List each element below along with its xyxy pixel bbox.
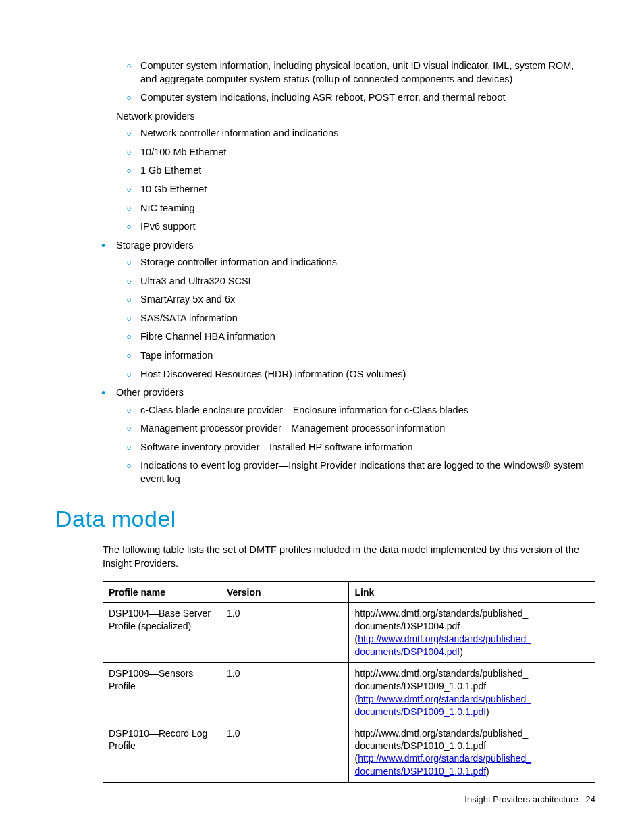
continuation-list: ul.level1 > li:first-child::before{conte…: [55, 59, 595, 105]
sublist: c-Class blade enclosure provider—Enclosu…: [116, 404, 595, 486]
continuation-item: ul.level1 > li:first-child::before{conte…: [116, 59, 595, 105]
list-item: Software inventory provider—Installed HP…: [140, 441, 595, 454]
list-item: 10/100 Mb Ethernet: [140, 146, 595, 159]
list-item: SAS/SATA information: [140, 312, 595, 325]
page-footer: Insight Providers architecture 24: [464, 793, 595, 806]
table-row: DSP1009—Sensors Profile1.0http://www.dmt…: [103, 662, 595, 723]
cell-profile-name: DSP1004—Base Server Profile (specialized…: [103, 603, 221, 663]
list-item: Computer system information, including p…: [140, 59, 595, 86]
list-item: c-Class blade enclosure provider—Enclosu…: [140, 404, 595, 417]
provider-group-label: Storage providers: [116, 240, 193, 251]
profile-link[interactable]: http://www.dmtf.org/standards/published_…: [354, 694, 531, 717]
link-plain-text: http://www.dmtf.org/standards/published_…: [354, 728, 528, 752]
list-item: Ultra3 and Ultra320 SCSI: [140, 275, 595, 288]
list-item: Host Discovered Resources (HDR) informat…: [140, 368, 595, 382]
provider-group-label: Network providers: [116, 111, 195, 122]
profiles-table: Profile name Version Link DSP1004—Base S…: [103, 581, 595, 783]
list-item: Fibre Channel HBA information: [140, 330, 595, 344]
intro-paragraph: The following table lists the set of DMT…: [103, 544, 595, 570]
footer-page-number: 24: [586, 794, 595, 804]
list-item: Indications to event log provider—Insigh…: [140, 459, 595, 486]
footer-section: Insight Providers architecture: [464, 794, 578, 804]
list-item: Network controller information and indic…: [140, 127, 595, 140]
col-version: Version: [221, 581, 349, 603]
link-plain-text: http://www.dmtf.org/standards/published_…: [354, 608, 528, 631]
cell-link: http://www.dmtf.org/standards/published_…: [349, 662, 595, 723]
list-item: NIC teaming: [140, 202, 595, 215]
list-item: Storage controller information and indic…: [140, 256, 595, 269]
list-item: Tape information: [140, 349, 595, 363]
cell-profile-name: DSP1009—Sensors Profile: [103, 662, 221, 723]
list-item: 10 Gb Ethernet: [140, 183, 595, 197]
cell-link: http://www.dmtf.org/standards/published_…: [349, 723, 595, 783]
profile-link[interactable]: http://www.dmtf.org/standards/published_…: [354, 633, 531, 657]
cell-link: http://www.dmtf.org/standards/published_…: [349, 603, 595, 663]
profile-link[interactable]: http://www.dmtf.org/standards/published_…: [354, 753, 531, 777]
list-item: SmartArray 5x and 6x: [140, 293, 595, 307]
col-profile-name: Profile name: [103, 581, 221, 603]
table-header-row: Profile name Version Link: [103, 581, 595, 603]
list-item: Computer system indications, including A…: [140, 91, 595, 105]
provider-group: Storage providersStorage controller info…: [116, 239, 595, 382]
cell-version: 1.0: [221, 662, 349, 723]
list-item: 1 Gb Ethernet: [140, 164, 595, 178]
table-row: DSP1004—Base Server Profile (specialized…: [103, 603, 595, 663]
sublist: Computer system information, including p…: [116, 59, 595, 105]
link-plain-text: http://www.dmtf.org/standards/published_…: [354, 668, 528, 692]
cell-version: 1.0: [221, 723, 349, 783]
list-item: Management processor provider—Management…: [140, 422, 595, 436]
provider-group: Other providersc-Class blade enclosure p…: [116, 386, 595, 486]
sublist: Network controller information and indic…: [116, 127, 595, 233]
col-link: Link: [349, 581, 595, 603]
provider-group: Network providersNetwork controller info…: [116, 110, 595, 234]
provider-list: Network providersNetwork controller info…: [55, 110, 595, 486]
sublist: Storage controller information and indic…: [116, 256, 595, 381]
table-row: DSP1010—Record Log Profile1.0http://www.…: [103, 723, 595, 783]
section-heading: Data model: [55, 504, 595, 535]
cell-profile-name: DSP1010—Record Log Profile: [103, 723, 221, 783]
cell-version: 1.0: [221, 603, 349, 663]
provider-group-label: Other providers: [116, 387, 184, 398]
list-item: IPv6 support: [140, 220, 595, 234]
